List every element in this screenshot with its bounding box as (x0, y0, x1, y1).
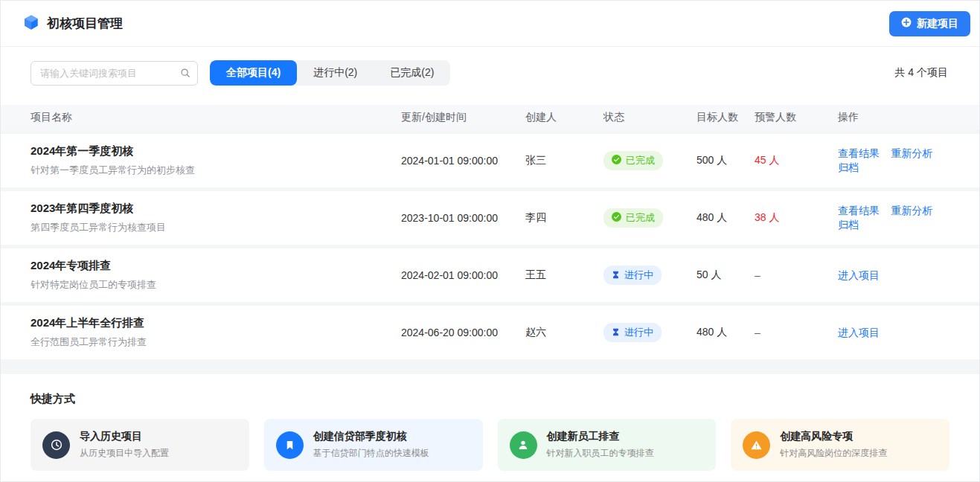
column-header-status: 状态 (603, 111, 696, 124)
warning-count: 45 人 (755, 154, 838, 167)
project-time: 2024-01-01 09:00:00 (401, 155, 525, 167)
shortcut-card-desc: 针对高风险岗位的深度排查 (780, 447, 887, 460)
table-row: 2024年上半年全行排查 全行范围员工异常行为排查 2024-06-20 09:… (1, 306, 979, 359)
project-name: 2024年第一季度初核 (31, 144, 401, 158)
project-creator: 张三 (525, 154, 603, 167)
project-desc: 全行范围员工异常行为排查 (31, 335, 401, 349)
shortcut-card-high-risk[interactable]: 创建高风险专项 针对高风险岗位的深度排查 (731, 419, 949, 471)
total-count-label: 共 4 个项目 (894, 66, 957, 80)
shortcut-card-title: 创建新员工排查 (547, 430, 654, 443)
hourglass-icon (612, 327, 620, 338)
project-cell: 2024年专项排查 针对特定岗位员工的专项排查 (31, 259, 401, 292)
shortcut-card-desc: 基于信贷部门特点的快速模板 (313, 447, 429, 460)
actions-cell: 查看结果 重新分析 归档 (838, 147, 949, 175)
table-row: 2024年第一季度初核 针对第一季度员工异常行为的初步核查 2024-01-01… (1, 134, 979, 187)
shortcut-card-text: 创建信贷部季度初核 基于信贷部门特点的快速模板 (313, 430, 429, 460)
table-header: 项目名称 更新/创建时间 创建人 状态 目标人数 预警人数 操作 (1, 105, 979, 130)
shortcut-card-text: 创建新员工排查 针对新入职员工的专项排查 (547, 430, 654, 460)
shortcut-card-import-history[interactable]: 导入历史项目 从历史项目中导入配置 (31, 419, 249, 471)
target-count: 500 人 (696, 154, 755, 167)
status-cell: 已完成 (603, 151, 696, 170)
project-name: 2024年专项排查 (31, 259, 401, 273)
action-archive[interactable]: 归档 (838, 161, 859, 173)
action-archive[interactable]: 归档 (838, 219, 859, 231)
section-divider (1, 359, 979, 374)
shortcut-card-credit-review[interactable]: 创建信贷部季度初核 基于信贷部门特点的快速模板 (264, 419, 483, 471)
page-title: 初核项目管理 (47, 15, 123, 32)
action-reanalyze[interactable]: 重新分析 (891, 205, 932, 216)
project-time: 2024-06-20 09:00:00 (401, 327, 525, 338)
shortcuts-title: 快捷方式 (31, 392, 949, 406)
status-badge: 进行中 (603, 266, 662, 285)
status-cell: 已完成 (603, 208, 696, 228)
warning-count: – (755, 327, 838, 338)
check-circle-icon (612, 155, 621, 167)
warning-count: 38 人 (755, 211, 838, 225)
tab-in-progress[interactable]: 进行中(2) (297, 60, 374, 86)
project-time: 2024-02-01 09:00:00 (401, 269, 525, 281)
actions-cell: 进入项目 (838, 269, 949, 283)
action-view-results[interactable]: 查看结果 (838, 147, 880, 159)
plus-icon (901, 17, 912, 30)
project-time: 2023-10-01 09:00:00 (401, 212, 525, 224)
shortcut-card-title: 创建信贷部季度初核 (313, 430, 429, 443)
status-label: 已完成 (626, 154, 655, 167)
column-header-target: 目标人数 (696, 111, 755, 124)
warning-count: – (755, 269, 838, 281)
shortcut-card-text: 导入历史项目 从历史项目中导入配置 (80, 430, 169, 460)
shortcut-card-title: 创建高风险专项 (780, 430, 887, 443)
toolbar: 全部项目(4) 进行中(2) 已完成(2) 共 4 个项目 (1, 47, 979, 105)
column-header-time: 更新/创建时间 (401, 111, 525, 124)
status-badge: 进行中 (603, 323, 662, 342)
shortcut-card-desc: 针对新入职员工的专项排查 (547, 447, 654, 460)
project-cell: 2024年第一季度初核 针对第一季度员工异常行为的初步核查 (31, 144, 401, 177)
target-count: 480 人 (696, 211, 755, 225)
target-count: 50 人 (696, 269, 755, 282)
new-project-button-label: 新建项目 (917, 17, 958, 30)
action-enter-project[interactable]: 进入项目 (838, 269, 880, 281)
action-view-results[interactable]: 查看结果 (838, 205, 880, 216)
project-cell: 2024年上半年全行排查 全行范围员工异常行为排查 (31, 316, 401, 349)
check-circle-icon (612, 212, 621, 224)
tab-bar: 全部项目(4) 进行中(2) 已完成(2) (210, 60, 450, 86)
shortcut-card-desc: 从历史项目中导入配置 (80, 447, 169, 460)
project-creator: 赵六 (525, 326, 603, 339)
project-name: 2023年第四季度初核 (31, 202, 401, 216)
status-badge: 已完成 (603, 208, 663, 228)
search-input[interactable] (31, 61, 198, 86)
history-clock-icon (42, 431, 70, 459)
app-window: 初核项目管理 新建项目 全部项目(4) 进行中(2) (0, 0, 980, 482)
status-label: 进行中 (624, 269, 653, 282)
search-icon (180, 68, 190, 81)
column-header-name: 项目名称 (31, 111, 401, 124)
shortcuts-section: 快捷方式 导入历史项目 从历史项目中导入配置 (1, 374, 979, 481)
action-reanalyze[interactable]: 重新分析 (891, 147, 932, 159)
project-desc: 针对特定岗位员工的专项排查 (31, 278, 401, 292)
table-row: 2023年第四季度初核 第四季度员工异常行为核查项目 2023-10-01 09… (1, 191, 979, 245)
project-name: 2024年上半年全行排查 (31, 316, 401, 330)
table-body: 2024年第一季度初核 针对第一季度员工异常行为的初步核查 2024-01-01… (1, 130, 979, 359)
shortcut-card-new-employee[interactable]: 创建新员工排查 针对新入职员工的专项排查 (498, 419, 717, 471)
column-header-warning: 预警人数 (755, 111, 838, 124)
search-box (31, 61, 198, 86)
status-cell: 进行中 (603, 266, 696, 285)
header-left: 初核项目管理 (23, 14, 123, 33)
project-desc: 针对第一季度员工异常行为的初步核查 (31, 164, 401, 177)
tab-completed[interactable]: 已完成(2) (374, 60, 450, 86)
project-creator: 王五 (525, 269, 603, 282)
bookmark-icon (276, 431, 304, 459)
status-label: 已完成 (626, 211, 655, 225)
action-enter-project[interactable]: 进入项目 (838, 327, 880, 338)
new-project-button[interactable]: 新建项目 (889, 11, 970, 36)
status-label: 进行中 (624, 326, 653, 339)
tab-all-projects[interactable]: 全部项目(4) (210, 60, 297, 86)
project-cell: 2023年第四季度初核 第四季度员工异常行为核查项目 (31, 202, 401, 234)
shortcut-card-title: 导入历史项目 (80, 430, 169, 443)
status-badge: 已完成 (603, 151, 663, 170)
shortcut-card-text: 创建高风险专项 针对高风险岗位的深度排查 (780, 430, 887, 460)
actions-cell: 进入项目 (838, 326, 949, 340)
user-icon (510, 431, 537, 459)
cube-logo-icon (23, 14, 39, 33)
target-count: 480 人 (696, 326, 755, 339)
project-creator: 李四 (525, 211, 603, 225)
